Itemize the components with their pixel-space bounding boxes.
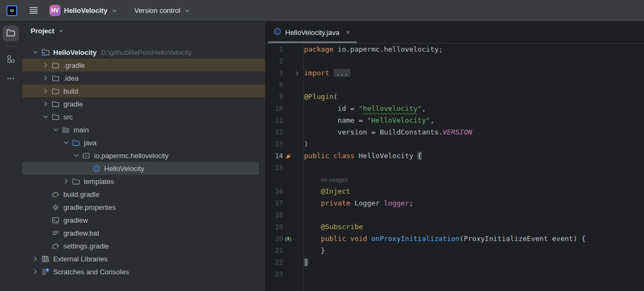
folder-icon bbox=[51, 87, 60, 95]
modules-tool-button[interactable] bbox=[3, 52, 19, 68]
tree-row-hellovelocity[interactable]: CHelloVelocity bbox=[22, 162, 259, 175]
inlay-hint-line[interactable]: no usages bbox=[266, 174, 644, 186]
code-line-3[interactable]: 3import ... bbox=[266, 67, 644, 79]
chevron-right-icon[interactable] bbox=[30, 267, 41, 276]
project-badge: HV bbox=[49, 5, 61, 16]
project-panel-header[interactable]: Project bbox=[22, 22, 265, 40]
code-line-19[interactable]: 19 @Subscribe bbox=[266, 221, 644, 233]
tree-row-settings-gradle[interactable]: settings.gradle bbox=[22, 239, 265, 252]
code-line-9[interactable]: 9@Plugin( bbox=[266, 91, 644, 103]
chevron-down-icon[interactable] bbox=[61, 138, 71, 147]
line-number[interactable]: 19 bbox=[266, 221, 283, 233]
tree-row-external-libraries[interactable]: External Libraries bbox=[22, 252, 265, 265]
code-line-22[interactable]: 22} bbox=[266, 257, 644, 268]
code-line-17[interactable]: 17 private Logger logger; bbox=[266, 197, 644, 209]
code-line-21[interactable]: 21 } bbox=[266, 245, 644, 257]
more-tools-button[interactable] bbox=[3, 71, 19, 87]
project-selector[interactable]: HV HelloVelocity bbox=[45, 3, 122, 18]
folder-icon bbox=[71, 178, 81, 186]
line-number[interactable]: 3 bbox=[266, 67, 283, 79]
tree-label: External Libraries bbox=[53, 255, 107, 263]
line-number[interactable]: 8 bbox=[266, 79, 283, 91]
code-line-15[interactable]: 15 bbox=[266, 162, 644, 174]
tree-row-templates[interactable]: templates bbox=[22, 175, 265, 188]
chevron-right-icon[interactable] bbox=[40, 61, 51, 69]
code-line-20[interactable]: 20 public void onProxyInitialization(Pro… bbox=[266, 233, 644, 245]
chevron-right-icon[interactable] bbox=[61, 177, 71, 186]
tree-row--idea[interactable]: .idea bbox=[22, 72, 265, 84]
tree-row-gradle[interactable]: gradle bbox=[22, 97, 265, 110]
intellij-window: IJ HV HelloVelocity Version control bbox=[0, 0, 644, 291]
code-line-1[interactable]: 1package io.papermc.hellovelocity; bbox=[266, 44, 644, 55]
tree-row-src[interactable]: src bbox=[22, 110, 265, 123]
chevron-down-icon[interactable] bbox=[30, 48, 41, 56]
intellij-logo-icon: IJ bbox=[6, 5, 17, 16]
code-line-13[interactable]: 13) bbox=[266, 138, 644, 150]
code-line-12[interactable]: 12 version = BuildConstants.VERSION bbox=[266, 126, 644, 138]
token-def: Logger bbox=[350, 199, 384, 207]
tab-hellovelocity-java[interactable]: C HelloVelocity.java ✕ bbox=[268, 22, 357, 43]
line-number[interactable]: 17 bbox=[266, 197, 283, 209]
token-str: "HelloVelocity" bbox=[367, 116, 430, 124]
chevron-down-icon[interactable] bbox=[40, 112, 51, 121]
tree-row-io-papermc-hellovelocity[interactable]: io.papermc.hellovelocity bbox=[22, 149, 265, 162]
project-tool-button[interactable] bbox=[3, 25, 19, 41]
chevron-down-icon bbox=[184, 7, 191, 15]
line-number[interactable]: 14 bbox=[266, 150, 283, 162]
chevron-right-icon[interactable] bbox=[40, 87, 51, 95]
tree-row-scratches-and-consoles[interactable]: Scratches and Consoles bbox=[22, 265, 265, 278]
line-number[interactable]: 18 bbox=[266, 209, 283, 221]
fold-chevron-icon[interactable] bbox=[293, 70, 301, 76]
vcs-selector[interactable]: Version control bbox=[130, 4, 196, 17]
project-tree: HelloVelocityD:\githubRePos\HelloVelocit… bbox=[22, 46, 265, 278]
code-line-16[interactable]: 16 @Inject bbox=[266, 186, 644, 197]
line-number[interactable]: 11 bbox=[266, 115, 283, 126]
line-number[interactable]: 15 bbox=[266, 162, 283, 174]
token-def bbox=[304, 223, 321, 231]
close-icon[interactable]: ✕ bbox=[345, 29, 350, 36]
tree-row--gradle[interactable]: .gradle bbox=[22, 59, 265, 72]
tree-row-build[interactable]: build bbox=[22, 84, 265, 97]
tree-row-hellovelocity[interactable]: HelloVelocityD:\githubRePos\HelloVelocit… bbox=[22, 46, 265, 59]
tree-row-java[interactable]: java bbox=[22, 136, 265, 149]
line-number[interactable]: 12 bbox=[266, 126, 283, 138]
tree-row-main[interactable]: main bbox=[22, 123, 265, 136]
chevron-right-icon[interactable] bbox=[30, 254, 41, 263]
code-line-11[interactable]: 11 name = "HelloVelocity", bbox=[266, 115, 644, 126]
tree-row-gradle-properties[interactable]: gradle.properties bbox=[22, 201, 265, 214]
panel-title: Project bbox=[31, 27, 54, 35]
code-line-2[interactable]: 2 bbox=[266, 55, 644, 67]
chevron-right-icon[interactable] bbox=[40, 74, 51, 82]
code-line-8[interactable]: 8 bbox=[266, 79, 644, 91]
token-def: ; bbox=[409, 199, 414, 207]
line-number[interactable]: 16 bbox=[266, 186, 283, 197]
tree-row-build-gradle[interactable]: build.gradle bbox=[22, 188, 265, 201]
line-number[interactable]: 22 bbox=[266, 257, 283, 268]
code-line-10[interactable]: 10 id = "hellovelocity", bbox=[266, 103, 644, 115]
tree-row-gradlew[interactable]: gradlew bbox=[22, 214, 265, 226]
tree-label: HelloVelocity bbox=[104, 165, 144, 173]
line-number[interactable]: 23 bbox=[266, 268, 283, 280]
editor-tab-bar: C HelloVelocity.java ✕ bbox=[266, 22, 644, 44]
plugin-gutter-icon[interactable] bbox=[283, 153, 293, 159]
code-text: name = "HelloVelocity", bbox=[301, 115, 435, 126]
line-number[interactable]: 10 bbox=[266, 103, 283, 115]
line-number[interactable]: 9 bbox=[266, 91, 283, 103]
line-number[interactable]: 13 bbox=[266, 138, 283, 150]
line-number[interactable]: 2 bbox=[266, 55, 283, 67]
tree-row-gradlew-bat[interactable]: gradlew.bat bbox=[22, 226, 265, 239]
code-line-14[interactable]: 14public class HelloVelocity { bbox=[266, 150, 644, 162]
line-number[interactable]: 1 bbox=[266, 44, 283, 55]
chevron-down-icon[interactable] bbox=[50, 125, 61, 134]
code-line-18[interactable]: 18 bbox=[266, 209, 644, 221]
folded-imports[interactable]: ... bbox=[334, 69, 350, 77]
line-number[interactable]: 21 bbox=[266, 245, 283, 257]
chevron-right-icon[interactable] bbox=[40, 100, 51, 108]
token-def: id = bbox=[304, 104, 359, 112]
event-gutter-icon[interactable] bbox=[283, 236, 293, 243]
main-menu-icon[interactable] bbox=[26, 3, 41, 18]
code-line-23[interactable]: 23 bbox=[266, 268, 644, 280]
line-number[interactable]: 20 bbox=[266, 233, 283, 245]
chevron-down-icon[interactable] bbox=[71, 151, 82, 160]
token-ann: @Plugin bbox=[304, 93, 334, 101]
